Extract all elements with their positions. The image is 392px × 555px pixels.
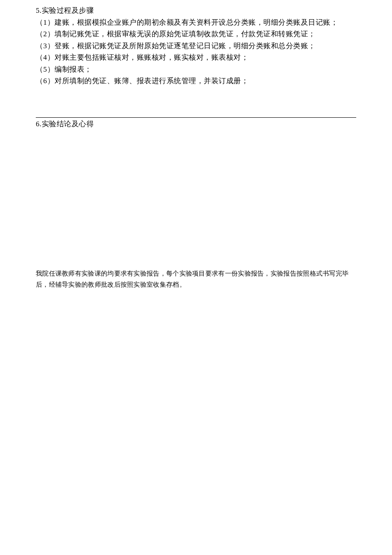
step-5: （5）编制报表；	[36, 64, 356, 75]
step-6: （6）对所填制的凭证、账簿、报表进行系统管理，并装订成册；	[36, 76, 356, 87]
step-4: （4）对账主要包括账证核对，账账核对，账实核对，账表核对；	[36, 52, 356, 63]
section-divider	[36, 117, 356, 118]
step-3: （3）登账，根据记账凭证及所附原始凭证逐笔登记日记账，明细分类账和总分类账；	[36, 41, 356, 52]
step-1: （1）建账，根据模拟企业账户的期初余额及有关资料开设总分类账，明细分类账及日记账…	[36, 17, 356, 28]
step-2: （2）填制记账凭证，根据审核无误的原始凭证填制收款凭证，付款凭证和转账凭证；	[36, 29, 356, 40]
section5-header: 5.实验过程及步骤	[36, 5, 356, 16]
section6-header: 6.实验结论及心得	[36, 119, 356, 130]
footer-note: 我院任课教师有实验课的均要求有实验报告，每个实验项目要求有一份实验报告，实验报告…	[36, 268, 356, 290]
